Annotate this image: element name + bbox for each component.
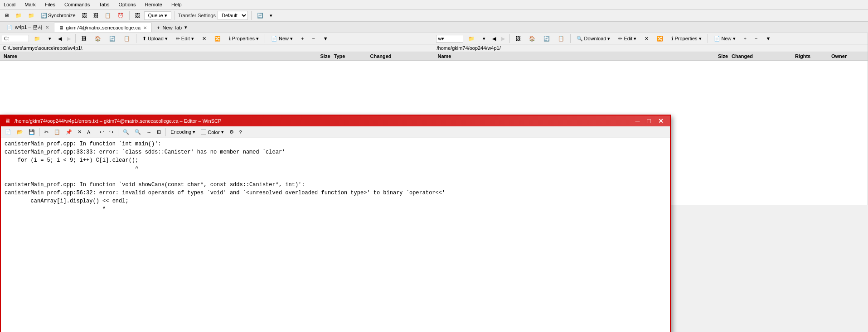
left-remove-btn[interactable]: − <box>309 34 318 43</box>
left-btn-1[interactable]: 🖼 <box>78 34 90 43</box>
editor-copy-btn[interactable]: 📋 <box>52 128 63 136</box>
toolbar-btn-1[interactable]: 🖥 <box>2 11 11 19</box>
tab-gkim74[interactable]: 🖥 gkim74@matrix.senecacollege.ca ✕ <box>54 23 152 32</box>
right-col-owner[interactable]: Owner <box>829 53 866 59</box>
left-nav-btn[interactable]: ▾ <box>45 34 54 43</box>
editor-maximize-button[interactable]: □ <box>645 117 654 125</box>
tab-new-arrow[interactable]: ▾ <box>184 24 187 30</box>
new-arrow-right[interactable]: ▾ <box>733 36 736 42</box>
toolbar-btn-3[interactable]: 📁 <box>26 11 37 20</box>
color-button[interactable]: Color ▾ <box>199 128 226 136</box>
right-col-rights[interactable]: Rights <box>793 53 829 59</box>
left-col-type[interactable]: Type <box>332 53 369 59</box>
right-forward-btn[interactable]: ▶ <box>499 34 507 43</box>
transfer-dropdown[interactable]: Default <box>218 11 248 20</box>
right-properties-button[interactable]: ℹ Properties ▾ <box>668 34 704 43</box>
right-col-size[interactable]: Size <box>693 53 730 59</box>
right-col-changed[interactable]: Changed <box>730 53 793 59</box>
encoding-button[interactable]: Encoding ▾ <box>168 128 198 136</box>
menu-tabs[interactable]: Tabs <box>97 1 111 8</box>
toolbar-btn-8[interactable]: 🖼 <box>133 11 142 19</box>
editor-help-btn[interactable]: ? <box>237 128 244 136</box>
upload-button[interactable]: ⬆ Upload ▾ <box>139 34 171 43</box>
editor-settings-btn[interactable]: ⚙ <box>227 128 236 136</box>
left-edit-button[interactable]: ✏ Edit ▾ <box>173 34 197 43</box>
find-files-button[interactable]: 🔍 Download ▾ <box>573 34 614 43</box>
right-btn-1[interactable]: 🖼 <box>513 34 524 43</box>
left-col-changed[interactable]: Changed <box>369 53 432 59</box>
left-move-button[interactable]: 🔀 <box>211 34 224 43</box>
right-btn-3[interactable]: 📋 <box>555 34 567 43</box>
left-col-size[interactable]: Size <box>296 53 332 59</box>
right-edit-button[interactable]: ✏ Edit ▾ <box>615 34 640 43</box>
editor-cut-btn[interactable]: ✂ <box>42 128 51 136</box>
left-down-btn[interactable]: ▼ <box>320 34 331 43</box>
toolbar-btn-5[interactable]: 🖼 <box>91 11 101 19</box>
menu-files[interactable]: Files <box>43 1 57 8</box>
menu-options[interactable]: Options <box>116 1 137 8</box>
right-new-button[interactable]: 📄 New ▾ <box>711 34 739 43</box>
toolbar-btn-7[interactable]: ⏰ <box>115 11 126 20</box>
toolbar-btn-10[interactable]: ▾ <box>267 11 275 20</box>
left-forward-btn[interactable]: ▶ <box>65 34 73 43</box>
editor-delete-btn[interactable]: ✕ <box>75 128 84 136</box>
editor-minimize-button[interactable]: ─ <box>633 117 643 125</box>
left-col-name[interactable]: Name <box>2 53 296 59</box>
right-remove-btn[interactable]: − <box>752 34 761 43</box>
left-delete-button[interactable]: ✕ <box>199 34 209 43</box>
editor-save-btn[interactable]: 💾 <box>26 128 37 136</box>
right-down-btn[interactable]: ▼ <box>762 34 774 43</box>
editor-goto2-btn[interactable]: ⊞ <box>155 128 163 136</box>
properties-arrow-left[interactable]: ▾ <box>256 36 259 42</box>
left-add-btn[interactable]: + <box>298 34 307 43</box>
upload-arrow[interactable]: ▾ <box>165 36 168 42</box>
editor-find2-btn[interactable]: 🔍 <box>132 128 143 136</box>
editor-close-button[interactable]: ✕ <box>655 117 666 125</box>
editor-paste-btn[interactable]: 📌 <box>63 128 74 136</box>
right-delete-button[interactable]: ✕ <box>641 34 652 43</box>
tab-close-2[interactable]: ✕ <box>143 25 147 30</box>
menu-help[interactable]: Help <box>170 1 184 8</box>
tab-close-1[interactable]: ✕ <box>45 25 49 30</box>
right-drive-combo[interactable]: w▾ <box>436 35 463 43</box>
edit-arrow-right[interactable]: ▾ <box>634 36 636 42</box>
right-refresh-btn[interactable]: 🔄 <box>540 34 553 43</box>
editor-redo-btn[interactable]: ↪ <box>107 128 116 136</box>
right-btn-2[interactable]: 🏠 <box>526 34 538 43</box>
left-btn-3[interactable]: 📋 <box>121 34 133 43</box>
left-btn-2[interactable]: 🏠 <box>92 34 104 43</box>
toolbar-btn-6[interactable]: 📋 <box>102 11 113 20</box>
left-properties-button[interactable]: ℹ Properties ▾ <box>226 34 262 43</box>
queue-button[interactable]: Queue ▾ <box>144 11 171 20</box>
right-col-name[interactable]: Name <box>436 53 694 59</box>
editor-content[interactable]: canisterMain_prof.cpp: In function `int … <box>1 138 670 332</box>
editor-new-btn[interactable]: 📄 <box>3 128 14 136</box>
drive-combo[interactable]: C: <box>2 35 29 42</box>
editor-goto-btn[interactable]: → <box>144 128 154 136</box>
right-nav-btn[interactable]: ▾ <box>480 34 489 43</box>
toolbar-btn-2[interactable]: 📁 <box>13 11 24 20</box>
left-refresh-btn[interactable]: 🔄 <box>106 34 119 43</box>
left-back-btn[interactable]: ◀ <box>56 34 63 43</box>
right-back-btn[interactable]: ◀ <box>490 34 498 43</box>
left-new-button[interactable]: 📄 New ▾ <box>268 34 296 43</box>
new-arrow-left[interactable]: ▾ <box>290 36 293 42</box>
menu-remote[interactable]: Remote <box>143 1 164 8</box>
menu-commands[interactable]: Commands <box>63 1 92 8</box>
download-arrow[interactable]: ▾ <box>607 36 610 42</box>
tab-new[interactable]: + New Tab ▾ <box>152 22 192 32</box>
editor-undo-btn[interactable]: ↩ <box>97 128 106 136</box>
editor-find-btn[interactable]: 🔍 <box>121 128 131 136</box>
right-folder-btn[interactable]: 📁 <box>465 34 478 43</box>
editor-format-btn[interactable]: A <box>85 128 92 136</box>
sync-button[interactable]: 🔄 Synchronize <box>39 11 78 20</box>
left-folder-btn[interactable]: 📁 <box>31 34 44 43</box>
tab-w4p1[interactable]: 📄 w4p1 – 문서 ✕ <box>2 22 54 33</box>
properties-arrow-right[interactable]: ▾ <box>699 36 702 42</box>
editor-open-btn[interactable]: 📂 <box>15 128 25 136</box>
right-move-button[interactable]: 🔀 <box>654 34 666 43</box>
toolbar-btn-9[interactable]: 🔄 <box>255 11 266 20</box>
right-add-btn[interactable]: + <box>741 34 750 43</box>
edit-arrow-left[interactable]: ▾ <box>191 36 194 42</box>
toolbar-btn-4[interactable]: 🖼 <box>80 11 89 19</box>
